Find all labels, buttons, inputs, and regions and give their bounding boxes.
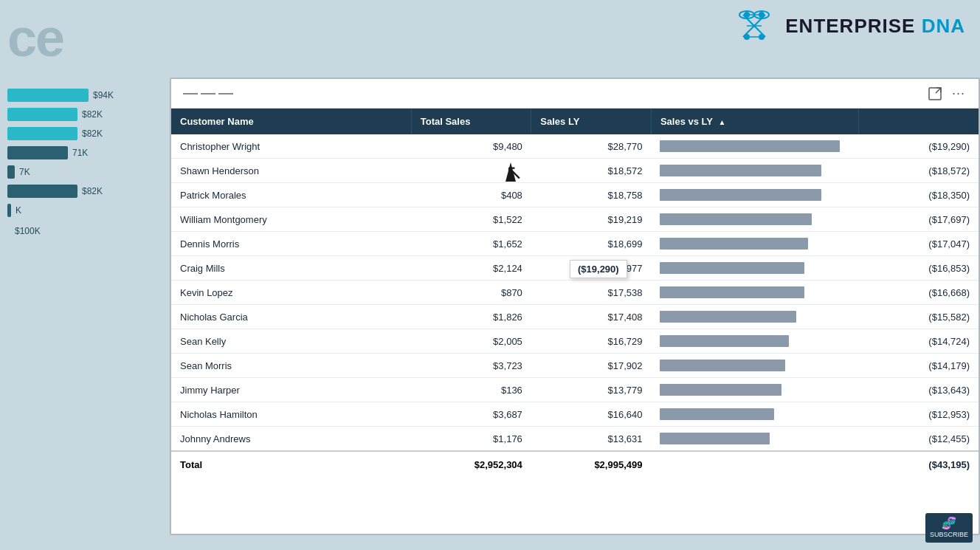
cell-sales-ly: $16,640: [531, 402, 652, 427]
table-row: Patrick Morales$408$18,758($18,350): [171, 183, 979, 207]
cell-vs-ly: ($15,582): [858, 305, 979, 329]
cell-vs-ly: ($14,724): [858, 329, 979, 354]
total-bar-cell: [651, 451, 858, 478]
chart-row-6: $82K: [7, 185, 162, 198]
chart-val-4: 71K: [72, 148, 88, 158]
cell-sales-ly: $19,219: [531, 207, 652, 232]
cell-vs-ly: ($13,643): [858, 378, 979, 402]
cell-customer-name: Shawn Henderson: [171, 159, 411, 183]
chart-val-7: K: [15, 205, 21, 216]
tooltip: ($19,290): [570, 260, 627, 278]
chart-bottom-label: $100K: [7, 226, 162, 236]
cell-total-sales: $1,522: [411, 207, 531, 232]
cell-bar: [651, 134, 858, 159]
sort-arrow-icon: ▲: [718, 118, 725, 126]
cell-customer-name: Christopher Wright: [171, 134, 411, 159]
table-row: Christopher Wright$9,480$28,770($19,290): [171, 134, 979, 159]
table-container: ··· Customer Name Total Sales Sales LY S…: [170, 78, 980, 535]
col-header-customer-name[interactable]: Customer Name: [171, 109, 411, 134]
cell-vs-ly: ($12,455): [858, 427, 979, 452]
cell-bar: [651, 256, 858, 281]
cell-customer-name: Kevin Lopez: [171, 281, 411, 305]
logo-text: ENTERPRISE DNA: [785, 15, 965, 38]
drag-handle[interactable]: [183, 93, 233, 94]
chart-bar-5: [7, 165, 15, 179]
table-row: Jimmy Harper$136$13,779($13,643): [171, 378, 979, 402]
chart-bar-1: [7, 89, 89, 102]
cell-total-sales: $1,652: [411, 232, 531, 256]
drag-line-3: [218, 93, 233, 94]
chart-bar-6: [7, 185, 77, 198]
table-row: William Montgomery$1,522$19,219($17,697): [171, 207, 979, 232]
subscribe-text: SUBSCRIBE: [930, 531, 968, 540]
cell-total-sales: $1,176: [411, 427, 531, 452]
cell-bar: [651, 402, 858, 427]
table-row: Dennis Morris$1,652$18,699($17,047): [171, 232, 979, 256]
col-header-sales-vs-ly[interactable]: Sales vs LY ▲: [651, 109, 858, 134]
cell-customer-name: Sean Kelly: [171, 329, 411, 354]
cell-bar: [651, 378, 858, 402]
cell-total-sales: $3,687: [411, 402, 531, 427]
background-title: ce: [0, 7, 63, 68]
cell-bar: [651, 232, 858, 256]
subscribe-dna-icon: 🧬: [930, 516, 968, 532]
chart-val-6: $82K: [82, 186, 103, 196]
drag-line-2: [201, 93, 215, 94]
chart-row-1: $94K: [7, 89, 162, 102]
table-toolbar: ···: [171, 79, 979, 109]
cell-sales-ly: $17,902: [531, 354, 652, 378]
cell-vs-ly: ($17,047): [858, 232, 979, 256]
cell-bar: [651, 159, 858, 183]
cell-vs-ly: ($12,953): [858, 402, 979, 427]
cell-sales-ly: $18,699: [531, 232, 652, 256]
cell-total-sales: $1,826: [411, 305, 531, 329]
cell-total-sales: $2,124: [411, 256, 531, 281]
cell-total-sales: $870: [411, 281, 531, 305]
table-row: Sean Kelly$2,005$16,729($14,724): [171, 329, 979, 354]
cell-vs-ly: ($16,853): [858, 256, 979, 281]
table-row: Kevin Lopez$870$17,538($16,668): [171, 281, 979, 305]
cell-sales-ly: $13,631: [531, 427, 652, 452]
expand-icon-button[interactable]: [927, 86, 943, 102]
table-wrapper[interactable]: Customer Name Total Sales Sales LY Sales…: [171, 109, 979, 534]
cell-bar: [651, 329, 858, 354]
total-vs-ly-value: ($43,195): [858, 451, 979, 478]
cell-sales-ly: $17,408: [531, 305, 652, 329]
col-header-total-sales[interactable]: Total Sales: [411, 109, 531, 134]
chart-bar-2: [7, 108, 77, 121]
chart-val-5: 7K: [19, 167, 30, 177]
chart-val-1: $94K: [93, 90, 114, 100]
more-options-button[interactable]: ···: [950, 86, 967, 102]
cell-customer-name: Nicholas Hamilton: [171, 402, 411, 427]
chart-row-4: 71K: [7, 146, 162, 159]
cell-vs-ly: ($19,290): [858, 134, 979, 159]
cell-sales-ly: $28,770: [531, 134, 652, 159]
col-header-sales-ly[interactable]: Sales LY: [531, 109, 652, 134]
chart-bar-4: [7, 146, 68, 159]
cell-sales-ly: $18,572: [531, 159, 652, 183]
cell-customer-name: Johnny Andrews: [171, 427, 411, 452]
chart-row-3: $82K: [7, 127, 162, 140]
total-row: Total $2,952,304 $2,995,499 ($43,195): [171, 451, 979, 478]
table-row: Nicholas Hamilton$3,687$16,640($12,953): [171, 402, 979, 427]
cell-vs-ly: ($16,668): [858, 281, 979, 305]
subscribe-badge[interactable]: 🧬 SUBSCRIBE: [925, 513, 973, 543]
cell-bar: [651, 207, 858, 232]
sales-vs-ly-label: Sales vs LY: [660, 116, 713, 127]
cell-sales-ly: $16,729: [531, 329, 652, 354]
cell-sales-ly: $17,538: [531, 281, 652, 305]
logo-dna-text: DNA: [922, 15, 965, 37]
cell-vs-ly: ($17,697): [858, 207, 979, 232]
cell-vs-ly: ($18,350): [858, 183, 979, 207]
cell-total-sales: $2,005: [411, 329, 531, 354]
drag-line-1: [183, 93, 198, 94]
cell-bar: [651, 427, 858, 452]
cell-customer-name: Craig Mills: [171, 256, 411, 281]
cell-sales-ly: $18,758: [531, 183, 652, 207]
cell-bar: [651, 281, 858, 305]
chart-row-2: $82K: [7, 108, 162, 121]
logo-enterprise: ENTERPRISE: [785, 15, 915, 37]
left-sidebar-chart: $94K $82K $82K 71K 7K $82K K $100K: [0, 74, 170, 550]
chart-row-7: K: [7, 204, 162, 217]
total-sales-value: $2,952,304: [411, 451, 531, 478]
